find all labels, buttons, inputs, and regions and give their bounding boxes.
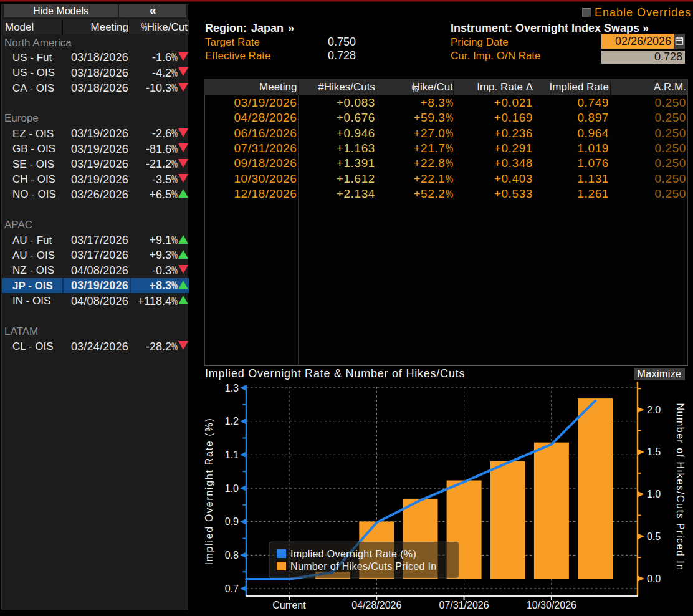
svg-text:07/31/2026: 07/31/2026 — [439, 600, 489, 610]
svg-text:1.5: 1.5 — [647, 446, 661, 457]
svg-text:0.9: 0.9 — [225, 516, 239, 527]
svg-text:0.7: 0.7 — [225, 584, 239, 594]
svg-text:1.3: 1.3 — [225, 383, 239, 393]
svg-text:Current: Current — [272, 600, 306, 610]
svg-text:1.0: 1.0 — [225, 483, 239, 494]
svg-text:Implied Overnight Rate (%): Implied Overnight Rate (%) — [204, 417, 214, 565]
svg-text:0.5: 0.5 — [647, 531, 661, 542]
svg-text:2.0: 2.0 — [647, 405, 661, 415]
svg-text:0.0: 0.0 — [647, 574, 661, 584]
svg-text:1.0: 1.0 — [647, 489, 661, 499]
svg-text:Number of Hikes/Cuts Priced In: Number of Hikes/Cuts Priced In — [675, 403, 686, 570]
svg-text:10/30/2026: 10/30/2026 — [527, 600, 576, 610]
svg-text:Number of Hikes/Cuts Priced In: Number of Hikes/Cuts Priced In — [290, 561, 437, 572]
svg-text:1.2: 1.2 — [225, 416, 239, 426]
svg-text:0.8: 0.8 — [225, 550, 239, 561]
svg-text:Implied Overnight Rate (%): Implied Overnight Rate (%) — [290, 549, 416, 559]
svg-text:04/28/2026: 04/28/2026 — [351, 600, 401, 610]
svg-text:1.1: 1.1 — [225, 450, 239, 460]
